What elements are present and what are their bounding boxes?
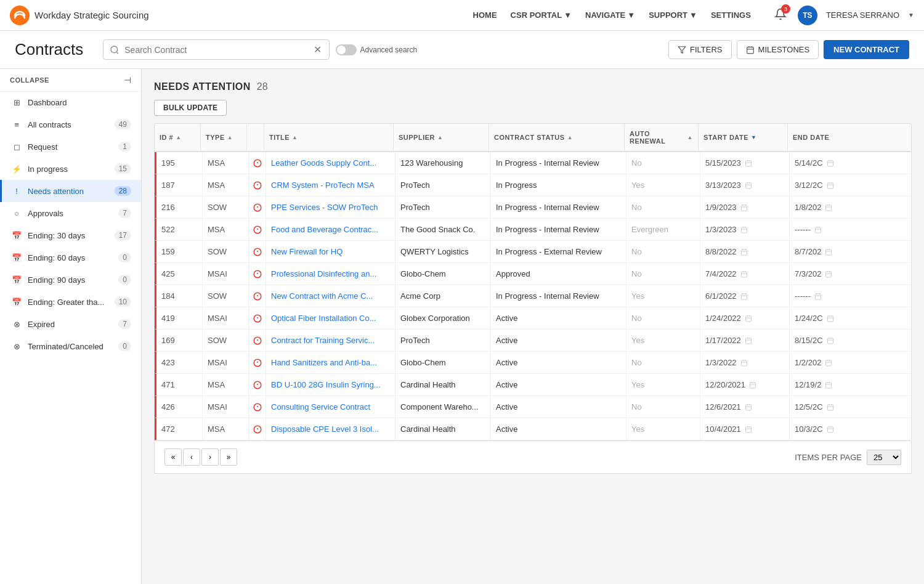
prev-page-button[interactable]: ‹ xyxy=(183,448,200,466)
td-renewal: Yes xyxy=(626,418,700,440)
td-supplier: Cardinal Health xyxy=(395,374,491,395)
sidebar-item-request[interactable]: ◻ Request 1 xyxy=(0,136,141,158)
calendar-greater-icon: 📅 xyxy=(12,298,22,307)
td-type: MSA xyxy=(203,152,249,174)
td-id: 216 xyxy=(156,197,203,218)
td-start-date: 1/3/2023 xyxy=(700,219,790,240)
td-title[interactable]: New Firewall for HQ xyxy=(266,241,395,262)
sort-icon: ▲ xyxy=(176,134,181,140)
th-renewal[interactable]: AUTO RENEWAL ▲ xyxy=(625,124,699,151)
svg-rect-124 xyxy=(826,383,832,388)
nav-csr-portal[interactable]: CSR PORTAL▼ xyxy=(505,7,578,23)
th-end-date[interactable]: END DATE xyxy=(788,124,846,151)
td-title[interactable]: Hand Sanitizers and Anti-ba... xyxy=(266,352,395,373)
td-title[interactable]: PPE Services - SOW ProTech xyxy=(266,197,395,218)
td-renewal: Yes xyxy=(626,374,700,395)
sidebar-item-terminated[interactable]: ⊗ Terminated/Canceled 0 xyxy=(0,335,141,357)
page-title: Contracts xyxy=(15,40,83,59)
td-start-date: 12/20/2021 xyxy=(700,374,790,395)
th-id[interactable]: ID # ▲ xyxy=(155,124,201,151)
date-calendar-icon xyxy=(745,337,752,344)
sidebar-item-ending-greater[interactable]: 📅 Ending: Greater tha... 10 xyxy=(0,291,141,313)
td-start-date: 8/8/2022 xyxy=(700,241,790,262)
th-status[interactable]: CONTRACT STATUS ▲ xyxy=(489,124,625,151)
td-status: Active xyxy=(491,374,626,395)
td-title[interactable]: Disposable CPE Level 3 Isol... xyxy=(266,418,395,440)
milestones-button[interactable]: MILESTONES xyxy=(737,40,819,59)
sidebar-item-label: Ending: Greater tha... xyxy=(28,298,108,307)
th-supplier[interactable]: SUPPLIER ▲ xyxy=(394,124,489,151)
td-title[interactable]: Leather Goods Supply Cont... xyxy=(266,152,395,174)
table-row: 419 MSAI Optical Fiber Installation Co..… xyxy=(155,307,911,330)
th-title[interactable]: TITLE ▲ xyxy=(264,124,394,151)
sidebar-item-count: 0 xyxy=(118,341,131,351)
sidebar-item-in-progress[interactable]: ⚡ In progress 15 xyxy=(0,158,141,180)
td-renewal: No xyxy=(626,241,700,262)
logo-area: Workday Strategic Sourcing xyxy=(10,6,149,25)
td-title[interactable]: Contract for Training Servic... xyxy=(266,330,395,351)
user-chevron-icon: ▼ xyxy=(908,12,914,18)
advanced-search-switch[interactable] xyxy=(336,44,357,55)
advanced-search-label[interactable]: Advanced search xyxy=(360,46,418,54)
td-end-date: 3/12/2C xyxy=(790,174,848,196)
first-page-button[interactable]: « xyxy=(164,448,182,466)
sidebar-item-label: Ending: 90 days xyxy=(28,275,112,285)
nav-links: HOME CSR PORTAL▼ NAVIGATE▼ SUPPORT▼ SETT… xyxy=(467,7,757,23)
td-title[interactable]: Optical Fiber Installation Co... xyxy=(266,307,395,329)
svg-point-0 xyxy=(10,6,30,25)
sidebar-item-label: Approvals xyxy=(28,209,112,218)
calendar-90-icon: 📅 xyxy=(12,275,22,285)
sidebar-item-count: 1 xyxy=(118,142,131,152)
check-circle-icon: ○ xyxy=(12,209,22,218)
user-avatar[interactable]: TS xyxy=(798,6,817,25)
th-type[interactable]: TYPE ▲ xyxy=(201,124,247,151)
filters-button[interactable]: FILTERS xyxy=(668,40,732,59)
sidebar-item-ending-90[interactable]: 📅 Ending: 90 days 0 xyxy=(0,269,141,291)
sidebar-item-expired[interactable]: ⊗ Expired 7 xyxy=(0,313,141,335)
td-title[interactable]: Consulting Service Contract xyxy=(266,396,395,418)
nav-navigate[interactable]: NAVIGATE▼ xyxy=(579,7,641,23)
table-row: 169 SOW Contract for Training Servic... … xyxy=(155,330,911,352)
page-nav: « ‹ › » xyxy=(164,448,237,466)
notification-button[interactable]: 3 xyxy=(772,6,789,25)
td-start-date: 1/17/2022 xyxy=(700,330,790,351)
td-type: MSAI xyxy=(203,396,249,418)
sidebar-item-all-contracts[interactable]: ≡ All contracts 49 xyxy=(0,113,141,136)
td-title[interactable]: Food and Beverage Contrac... xyxy=(266,219,395,240)
svg-rect-25 xyxy=(827,183,833,189)
last-page-button[interactable]: » xyxy=(220,448,237,466)
td-supplier: Cardinal Health xyxy=(395,418,491,440)
sidebar-item-ending-60[interactable]: 📅 Ending: 60 days 0 xyxy=(0,246,141,269)
td-end-date: ------ xyxy=(790,285,848,307)
td-title[interactable]: CRM System - ProTech MSA xyxy=(266,174,395,196)
sort-desc-icon: ▼ xyxy=(751,134,756,140)
end-date-calendar-icon xyxy=(827,426,834,433)
sidebar-item-dashboard[interactable]: ⊞ Dashboard xyxy=(0,92,141,113)
sidebar-item-ending-30[interactable]: 📅 Ending: 30 days 17 xyxy=(0,224,141,246)
td-title[interactable]: BD U-100 28G Insulin Syring... xyxy=(266,374,395,395)
th-start-date[interactable]: START DATE ▼ xyxy=(699,124,788,151)
nav-settings[interactable]: SETTINGS xyxy=(705,7,757,23)
new-contract-button[interactable]: NEW CONTRACT xyxy=(824,40,909,59)
next-page-button[interactable]: › xyxy=(201,448,219,466)
nav-home[interactable]: HOME xyxy=(467,7,503,23)
user-name[interactable]: TERESA SERRANO xyxy=(826,10,899,20)
search-input[interactable] xyxy=(124,45,312,55)
nav-support[interactable]: SUPPORT▼ xyxy=(642,7,703,23)
date-calendar-icon xyxy=(740,293,748,300)
td-supplier: QWERTY Logistics xyxy=(395,241,491,262)
clear-search-button[interactable]: ✕ xyxy=(312,44,323,55)
per-page-select[interactable]: 10 25 50 100 xyxy=(867,450,901,465)
sidebar-item-label: Expired xyxy=(28,320,112,329)
td-supplier: ProTech xyxy=(395,174,491,196)
td-warning-icon xyxy=(249,263,266,285)
sidebar-item-approvals[interactable]: ○ Approvals 7 xyxy=(0,202,141,224)
td-title[interactable]: Professional Disinfecting an... xyxy=(266,263,395,285)
sidebar-collapse-button[interactable]: COLLAPSE ⊣ xyxy=(0,69,141,92)
notification-badge: 3 xyxy=(781,4,790,14)
bulk-update-button[interactable]: BULK UPDATE xyxy=(154,100,227,116)
td-title[interactable]: New Contract with Acme C... xyxy=(266,285,395,307)
svg-rect-109 xyxy=(741,360,747,366)
sidebar-item-needs-attention[interactable]: ! Needs attention 28 xyxy=(0,180,141,202)
td-start-date: 12/6/2021 xyxy=(700,396,790,418)
